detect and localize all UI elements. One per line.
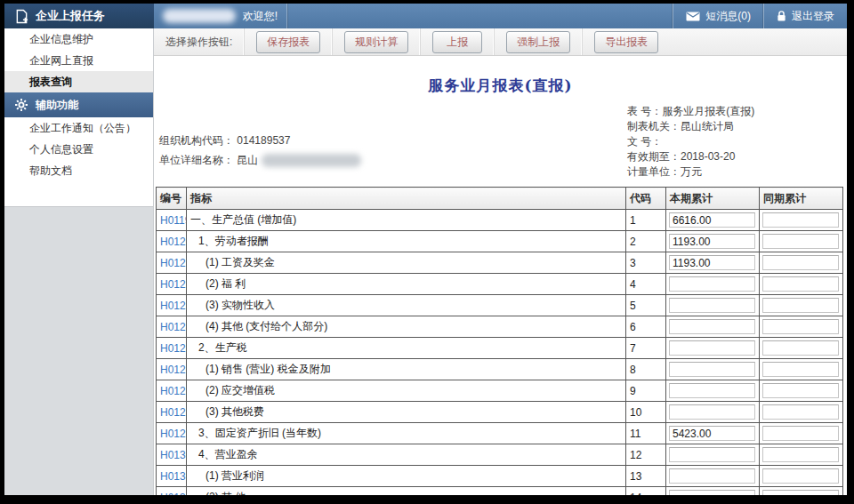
toolbar-button[interactable]: 强制上报 bbox=[506, 31, 570, 53]
prior-period-input[interactable] bbox=[762, 234, 839, 249]
sidebar-filler bbox=[4, 206, 153, 495]
code-cell: 14 bbox=[626, 487, 666, 496]
row-code-link[interactable]: H0120 bbox=[157, 231, 187, 252]
current-period-cell bbox=[666, 338, 760, 359]
current-period-input[interactable] bbox=[669, 298, 755, 313]
code-cell: 11 bbox=[626, 423, 666, 444]
current-period-cell bbox=[666, 487, 760, 496]
sidebar-item[interactable]: 帮助文档 bbox=[4, 160, 153, 181]
prior-period-input[interactable] bbox=[762, 490, 839, 495]
row-code-link[interactable]: H0123 bbox=[157, 295, 187, 316]
current-period-input[interactable] bbox=[669, 276, 755, 292]
current-period-input[interactable] bbox=[669, 362, 755, 377]
indicator-cell: (1) 销售 (营业) 税金及附加 bbox=[187, 359, 626, 380]
current-period-input[interactable] bbox=[669, 404, 755, 420]
messages-button[interactable]: 短消息(0) bbox=[673, 4, 763, 28]
toolbar-button[interactable]: 保存报表 bbox=[256, 31, 320, 53]
prior-period-input[interactable] bbox=[762, 426, 839, 441]
org-info-block: 组织机构代码： 014189537 单位详细名称： 昆山 bbox=[159, 131, 361, 170]
unit-name-line: 单位详细名称： 昆山 bbox=[159, 150, 361, 170]
meta-value: 服务业月报表(直报) bbox=[662, 105, 754, 117]
current-period-input[interactable] bbox=[669, 212, 755, 228]
header-current-period: 本期累计 bbox=[666, 188, 760, 210]
prior-period-input[interactable] bbox=[762, 276, 839, 292]
code-cell: 5 bbox=[626, 295, 666, 316]
indicator-cell: (4) 其他 (支付给个人部分) bbox=[187, 316, 626, 338]
prior-period-cell bbox=[760, 338, 843, 359]
row-code-link[interactable]: H0132 bbox=[157, 487, 187, 496]
current-period-cell bbox=[666, 231, 760, 252]
prior-period-input[interactable] bbox=[762, 383, 839, 398]
row-code-link[interactable]: H0122 bbox=[157, 274, 187, 295]
sidebar-item[interactable]: 企业工作通知（公告） bbox=[4, 117, 153, 139]
current-period-input[interactable] bbox=[669, 340, 755, 356]
lock-icon bbox=[777, 10, 786, 22]
prior-period-input[interactable] bbox=[762, 340, 839, 356]
table-row: H0126(1) 销售 (营业) 税金及附加8 bbox=[157, 359, 843, 380]
meta-value: 万元 bbox=[681, 165, 702, 178]
logout-label: 退出登录 bbox=[792, 9, 834, 24]
current-period-input[interactable] bbox=[669, 255, 755, 270]
meta-value: 2018-03-20 bbox=[681, 150, 735, 163]
current-period-input[interactable] bbox=[669, 383, 755, 398]
toolbar-button[interactable]: 导出报表 bbox=[594, 31, 658, 53]
row-code-link[interactable]: H0121 bbox=[157, 252, 187, 274]
current-period-input[interactable] bbox=[669, 490, 755, 495]
prior-period-input[interactable] bbox=[762, 468, 839, 484]
logout-button[interactable]: 退出登录 bbox=[763, 4, 847, 28]
prior-period-cell bbox=[760, 316, 843, 338]
row-code-link[interactable]: H0124 bbox=[157, 316, 187, 338]
toolbar-button[interactable]: 规则计算 bbox=[344, 31, 408, 53]
document-plus-icon bbox=[15, 9, 28, 24]
prior-period-input[interactable] bbox=[762, 319, 839, 334]
report-meta-line: 制表机关：昆山统计局 bbox=[627, 119, 754, 134]
sidebar-item[interactable]: 企业网上直报 bbox=[4, 50, 153, 71]
gear-icon bbox=[15, 99, 28, 111]
sidebar-group-header-tasks[interactable]: 企业上报任务 bbox=[4, 4, 154, 28]
row-code-link[interactable]: H0125 bbox=[157, 338, 187, 359]
row-code-link[interactable]: H0129 bbox=[157, 423, 187, 444]
sidebar-group-tasks: 企业信息维护企业网上直报报表查询 bbox=[4, 28, 153, 92]
sidebar-item[interactable]: 企业信息维护 bbox=[4, 28, 153, 50]
prior-period-input[interactable] bbox=[762, 362, 839, 377]
sidebar-item[interactable]: 报表查询 bbox=[4, 71, 153, 92]
table-row: H0124(4) 其他 (支付给个人部分)6 bbox=[157, 316, 843, 338]
org-code-label: 组织机构代码： bbox=[159, 134, 234, 147]
code-cell: 1 bbox=[626, 210, 666, 231]
current-period-input[interactable] bbox=[669, 426, 755, 441]
current-period-input[interactable] bbox=[669, 234, 755, 249]
current-period-input[interactable] bbox=[669, 447, 755, 462]
row-code-link[interactable]: H0128 bbox=[157, 402, 187, 423]
app-window: 企业上报任务 欢迎您! 短消息(0) 退出登录 企业信息维护企业网上直报报表查询 bbox=[4, 4, 847, 495]
meta-value: 昆山统计局 bbox=[681, 120, 734, 132]
meta-label: 表 号： bbox=[627, 105, 662, 117]
toolbar-button[interactable]: 上报 bbox=[432, 31, 482, 53]
prior-period-input[interactable] bbox=[762, 255, 839, 270]
indicator-cell: 4、营业盈余 bbox=[187, 444, 626, 466]
prior-period-input[interactable] bbox=[762, 298, 839, 313]
envelope-icon bbox=[686, 12, 700, 21]
current-period-cell bbox=[666, 295, 760, 316]
sidebar-group-header-aux[interactable]: 辅助功能 bbox=[4, 92, 153, 117]
current-period-input[interactable] bbox=[669, 468, 755, 484]
row-code-link[interactable]: H0126 bbox=[157, 359, 187, 380]
table-row: H0122(2) 福 利4 bbox=[157, 274, 843, 295]
prior-period-input[interactable] bbox=[762, 404, 839, 420]
code-cell: 7 bbox=[626, 338, 666, 359]
prior-period-input[interactable] bbox=[762, 212, 839, 228]
current-period-input[interactable] bbox=[669, 319, 755, 334]
current-period-cell bbox=[666, 402, 760, 423]
toolbar-button-cell: 强制上报 bbox=[494, 28, 582, 55]
row-code-link[interactable]: H0127 bbox=[157, 380, 187, 402]
report-meta-line: 文 号： bbox=[627, 134, 754, 149]
sidebar-item[interactable]: 个人信息设置 bbox=[4, 139, 153, 160]
prior-period-input[interactable] bbox=[762, 447, 839, 462]
row-code-link[interactable]: H0119 bbox=[157, 210, 187, 231]
code-cell: 12 bbox=[626, 444, 666, 466]
report-meta-block: 表 号：服务业月报表(直报)制表机关：昆山统计局文 号：有效期至：2018-03… bbox=[627, 104, 754, 180]
report-content: 服务业月报表(直报) 组织机构代码： 014189537 单位详细名称： 昆山 … bbox=[154, 56, 847, 495]
current-period-cell bbox=[666, 210, 760, 231]
row-code-link[interactable]: H0130 bbox=[157, 444, 187, 466]
indicator-cell: 3、固定资产折旧 (当年数) bbox=[187, 423, 626, 444]
row-code-link[interactable]: H0131 bbox=[157, 466, 187, 487]
